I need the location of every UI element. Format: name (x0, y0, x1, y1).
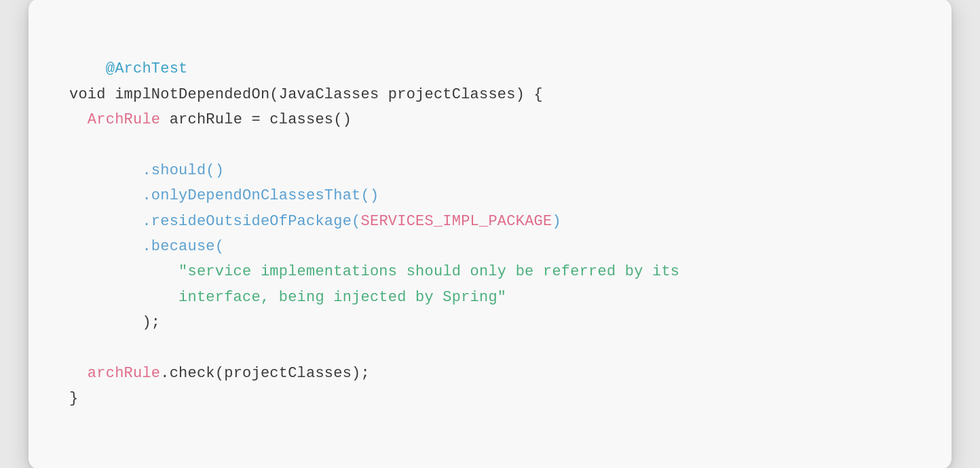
code-line-7: .resideOutsideOfPackage(SERVICES_IMPL_PA… (69, 213, 561, 230)
code-line-6: .onlyDependOnClassesThat() (69, 187, 379, 204)
code-line-5: .should() (69, 162, 224, 179)
code-line-14: } (69, 390, 78, 407)
annotation-archtest: @ArchTest (106, 60, 188, 77)
code-block: @ArchTest void implNotDependedOn(JavaCla… (69, 31, 679, 437)
code-line-11: ); (69, 314, 160, 331)
code-line-13: archRule.check(projectClasses); (69, 365, 370, 382)
code-line-2: void implNotDependedOn(JavaClasses proje… (69, 86, 543, 103)
code-card: @ArchTest void implNotDependedOn(JavaCla… (29, 0, 951, 468)
code-line-10: interface, being injected by Spring" (69, 289, 506, 306)
code-line-8: .because( (69, 238, 224, 255)
code-line-3: ArchRule archRule = classes() (69, 111, 352, 128)
code-line-9: "service implementations should only be … (69, 263, 679, 280)
